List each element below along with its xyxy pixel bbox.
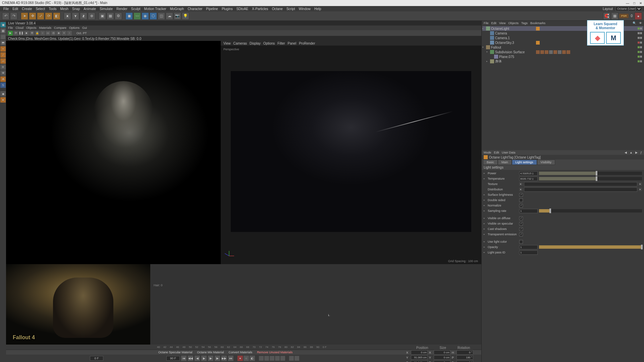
menu-file[interactable]: File [2,7,10,11]
edge-mode[interactable]: ⬒ [0,40,6,46]
obj-menu-edit[interactable]: Edit [491,21,497,25]
play-back-button[interactable]: ▶ [201,356,207,361]
lv-start-icon[interactable]: ▶ [8,31,13,36]
poly-mode[interactable]: ▱ [0,58,6,64]
obj-plane[interactable]: Plane.075 [482,54,643,59]
render-view-button[interactable]: ▣ [99,12,106,20]
lock-z[interactable]: Z [80,12,87,20]
tag-mat4[interactable] [549,50,553,54]
workplane-mode[interactable]: ⬚ [0,34,6,40]
distribution-picker[interactable]: ▸ [639,188,642,191]
menu-render[interactable]: Render [115,7,129,11]
record-keyframe-button[interactable]: ● [237,356,243,361]
visible-diffuse-check[interactable]: ✓ [519,217,523,220]
texture-slot[interactable] [524,182,637,186]
key-pla[interactable] [280,356,285,361]
texture-arrow[interactable]: ▸ [519,182,523,186]
next-frame-button[interactable]: ▶ [215,356,220,361]
tab-light-settings[interactable]: Light settings [512,160,537,165]
pv-menu-panel[interactable]: Panel [288,42,297,45]
menu-mograph[interactable]: MoGraph [169,7,185,11]
temperature-input[interactable] [519,177,538,181]
obj-menu-bookmarks[interactable]: Bookmarks [530,21,545,25]
menu-snap[interactable]: Snap [71,7,81,11]
misc-icon[interactable]: ◆ [0,91,6,97]
point-mode[interactable]: • [0,46,6,52]
nurbs-tool[interactable]: ◉ [142,12,149,20]
tag-octane-sky[interactable] [536,41,540,45]
lv-refresh-icon[interactable]: ⟳ [13,31,18,36]
attr-back-button[interactable]: ◀ [625,151,627,154]
pv-menu-options[interactable]: Options [263,42,275,45]
texture-mode[interactable]: ▦ [0,28,6,34]
lv-pick-icon[interactable]: ◈ [56,31,61,36]
axis-mode[interactable]: ✛ [0,64,6,70]
menu-sdtoae[interactable]: SDtoAE [235,7,250,11]
key-opt1[interactable] [289,356,294,361]
autokey-button[interactable]: ○ [244,356,249,361]
attr-edit[interactable]: Edit [494,151,499,154]
tag-mat1[interactable] [536,50,540,54]
workplane-icon[interactable]: ▦ [611,12,619,20]
reference-image[interactable]: Fallout 4 [6,264,150,345]
obj-search-icon[interactable]: 🔍 [633,21,636,25]
prev-frame-button[interactable]: ◀ [195,356,200,361]
obj-eye-icon[interactable]: 👁 [639,21,642,25]
lv-pt-label[interactable]: Oct. PT [76,32,87,35]
size-y-input[interactable] [434,355,450,360]
mat-remove-unused[interactable]: Remove Unused Materials [256,351,294,354]
mat-convert[interactable]: Convert Materials [227,351,254,354]
attr-mode[interactable]: Mode [484,151,491,154]
prev-key-button[interactable]: ◀◀ [188,356,193,361]
coord-system[interactable]: ⊕ [88,12,95,20]
lv-menu-compare[interactable]: Compare [54,26,66,29]
spline-tool[interactable]: 〰 [133,12,141,20]
select-tool[interactable]: ➤ [21,12,28,20]
opacity-input[interactable] [519,245,538,249]
power-input[interactable] [519,171,538,176]
frame-end-input[interactable] [166,356,180,361]
menu-mesh[interactable]: Mesh [59,7,70,11]
obj-menu-tags[interactable]: Tags [521,21,528,25]
move-tool[interactable]: ✥ [29,12,36,20]
key-s[interactable] [264,356,269,361]
key-opt2[interactable] [294,356,299,361]
rot-p-input[interactable] [457,355,473,360]
deformer-tool[interactable]: ◫ [158,12,165,20]
size-x-input[interactable] [434,350,450,355]
normalize-check[interactable]: ✓ [519,204,523,207]
lv-menu-file[interactable]: File [8,26,13,29]
lv-settings-icon[interactable]: ⚙ [30,31,34,36]
menu-window[interactable]: Window [297,7,312,11]
menu-plugins[interactable]: Plugins [220,7,234,11]
scale-tool[interactable]: ⤢ [37,12,44,20]
tag-mat2[interactable] [540,50,544,54]
distribution-arrow[interactable]: ▸ [519,188,523,191]
menu-sculpt[interactable]: Sculpt [130,7,142,11]
misc-icon2[interactable]: ● [0,97,6,103]
minimize-button[interactable]: — [626,1,629,5]
axis-gizmo[interactable] [224,251,234,261]
undo-button[interactable]: ↶ [2,12,9,20]
generator-tool[interactable]: ⬡ [150,12,157,20]
menu-script[interactable]: Script [285,7,297,11]
lv-aov-icon[interactable]: ≡ [62,31,66,36]
tab-basic[interactable]: Basic [483,160,498,165]
layout-select[interactable]: Octane (User) [615,6,642,11]
menu-select[interactable]: Select [34,7,46,11]
record-indicator[interactable]: ● [635,12,642,20]
key-p[interactable] [259,356,264,361]
menu-pipeline[interactable]: Pipeline [205,7,219,11]
render-view[interactable] [6,41,221,264]
lv-menu-objects[interactable]: Objects [26,26,37,29]
tag-mat5[interactable] [553,50,557,54]
pinwheel-icon[interactable] [325,313,331,319]
viewport-solo[interactable]: 👁 [0,70,6,76]
model-mode[interactable]: ◼ [0,22,6,27]
attr-up-button[interactable]: ▲ [630,151,633,154]
transparent-emission-check[interactable]: ✓ [519,233,523,236]
surface-brightness-check[interactable]: ✓ [519,193,523,197]
lv-lock-icon[interactable]: 🔒 [35,31,40,36]
mat-mix[interactable]: Octane Mix Material [196,351,225,354]
pv-menu-display[interactable]: Display [250,42,261,45]
